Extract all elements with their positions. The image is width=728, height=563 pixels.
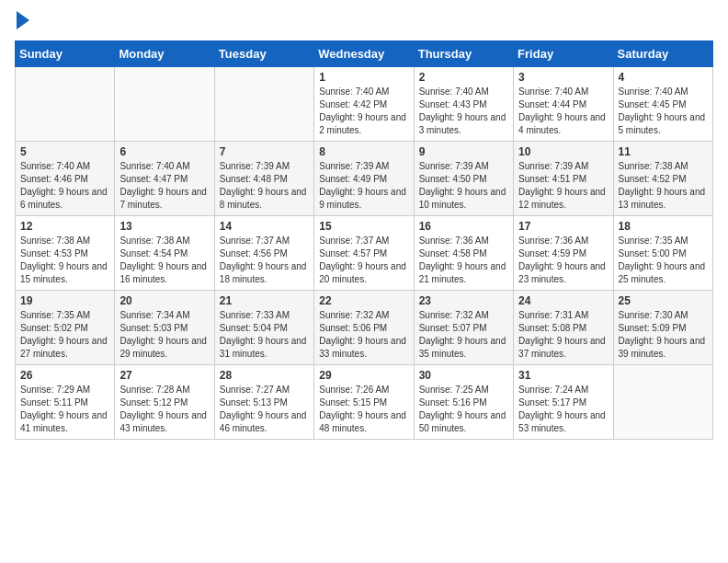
day-number: 31 xyxy=(518,369,608,382)
day-info: Sunrise: 7:36 AM Sunset: 4:59 PM Dayligh… xyxy=(518,235,608,286)
day-info: Sunrise: 7:39 AM Sunset: 4:49 PM Dayligh… xyxy=(319,160,408,212)
day-info: Sunrise: 7:35 AM Sunset: 5:02 PM Dayligh… xyxy=(20,309,109,361)
weekday-header-monday: Monday xyxy=(115,41,214,67)
day-number: 12 xyxy=(20,220,109,233)
day-number: 28 xyxy=(220,369,309,382)
week-row-5: 26Sunrise: 7:29 AM Sunset: 5:11 PM Dayli… xyxy=(16,365,713,440)
day-number: 16 xyxy=(419,220,508,233)
calendar-cell: 1Sunrise: 7:40 AM Sunset: 4:42 PM Daylig… xyxy=(314,67,414,142)
day-info: Sunrise: 7:36 AM Sunset: 4:58 PM Dayligh… xyxy=(419,235,508,286)
calendar-cell: 24Sunrise: 7:31 AM Sunset: 5:08 PM Dayli… xyxy=(514,291,613,365)
calendar-cell: 27Sunrise: 7:28 AM Sunset: 5:12 PM Dayli… xyxy=(115,365,214,440)
calendar-cell: 22Sunrise: 7:32 AM Sunset: 5:06 PM Dayli… xyxy=(314,291,414,365)
day-info: Sunrise: 7:30 AM Sunset: 5:09 PM Dayligh… xyxy=(619,309,708,361)
day-number: 20 xyxy=(119,294,209,307)
logo xyxy=(15,15,29,29)
day-number: 8 xyxy=(319,145,408,158)
day-info: Sunrise: 7:32 AM Sunset: 5:07 PM Dayligh… xyxy=(419,309,508,361)
day-info: Sunrise: 7:32 AM Sunset: 5:06 PM Dayligh… xyxy=(319,309,408,361)
day-number: 22 xyxy=(319,294,408,307)
day-info: Sunrise: 7:38 AM Sunset: 4:54 PM Dayligh… xyxy=(119,235,209,286)
day-info: Sunrise: 7:29 AM Sunset: 5:11 PM Dayligh… xyxy=(20,384,109,435)
calendar-cell: 3Sunrise: 7:40 AM Sunset: 4:44 PM Daylig… xyxy=(514,67,613,142)
day-number: 4 xyxy=(619,71,708,84)
day-number: 9 xyxy=(419,145,508,158)
calendar-cell: 9Sunrise: 7:39 AM Sunset: 4:50 PM Daylig… xyxy=(414,142,513,216)
calendar-cell: 26Sunrise: 7:29 AM Sunset: 5:11 PM Dayli… xyxy=(16,365,115,440)
day-number: 13 xyxy=(119,220,209,233)
day-info: Sunrise: 7:28 AM Sunset: 5:12 PM Dayligh… xyxy=(119,384,209,435)
weekday-header-wednesday: Wednesday xyxy=(314,41,414,67)
calendar-cell: 10Sunrise: 7:39 AM Sunset: 4:51 PM Dayli… xyxy=(514,142,613,216)
day-number: 23 xyxy=(419,294,508,307)
calendar-cell: 12Sunrise: 7:38 AM Sunset: 4:53 PM Dayli… xyxy=(16,216,115,291)
calendar-cell xyxy=(214,67,313,142)
day-info: Sunrise: 7:40 AM Sunset: 4:44 PM Dayligh… xyxy=(518,86,608,137)
calendar-cell: 29Sunrise: 7:26 AM Sunset: 5:15 PM Dayli… xyxy=(314,365,414,440)
calendar-cell: 16Sunrise: 7:36 AM Sunset: 4:58 PM Dayli… xyxy=(414,216,513,291)
calendar-cell: 13Sunrise: 7:38 AM Sunset: 4:54 PM Dayli… xyxy=(115,216,214,291)
day-number: 2 xyxy=(419,71,508,84)
day-info: Sunrise: 7:27 AM Sunset: 5:13 PM Dayligh… xyxy=(220,384,309,435)
day-info: Sunrise: 7:39 AM Sunset: 4:50 PM Dayligh… xyxy=(419,160,508,212)
week-row-1: 1Sunrise: 7:40 AM Sunset: 4:42 PM Daylig… xyxy=(16,67,713,142)
day-info: Sunrise: 7:39 AM Sunset: 4:48 PM Dayligh… xyxy=(220,160,309,212)
calendar-cell: 31Sunrise: 7:24 AM Sunset: 5:17 PM Dayli… xyxy=(514,365,613,440)
day-number: 29 xyxy=(319,369,408,382)
day-info: Sunrise: 7:40 AM Sunset: 4:47 PM Dayligh… xyxy=(119,160,209,212)
week-row-2: 5Sunrise: 7:40 AM Sunset: 4:46 PM Daylig… xyxy=(16,142,713,216)
weekday-header-saturday: Saturday xyxy=(613,41,712,67)
day-info: Sunrise: 7:40 AM Sunset: 4:46 PM Dayligh… xyxy=(20,160,109,212)
day-info: Sunrise: 7:39 AM Sunset: 4:51 PM Dayligh… xyxy=(518,160,608,212)
day-number: 14 xyxy=(220,220,309,233)
calendar-cell: 6Sunrise: 7:40 AM Sunset: 4:47 PM Daylig… xyxy=(115,142,214,216)
calendar-table: SundayMondayTuesdayWednesdayThursdayFrid… xyxy=(15,40,713,440)
calendar-cell: 2Sunrise: 7:40 AM Sunset: 4:43 PM Daylig… xyxy=(414,67,513,142)
day-info: Sunrise: 7:31 AM Sunset: 5:08 PM Dayligh… xyxy=(518,309,608,361)
day-number: 25 xyxy=(619,294,708,307)
day-info: Sunrise: 7:34 AM Sunset: 5:03 PM Dayligh… xyxy=(119,309,209,361)
calendar-cell: 25Sunrise: 7:30 AM Sunset: 5:09 PM Dayli… xyxy=(613,291,712,365)
day-info: Sunrise: 7:37 AM Sunset: 4:56 PM Dayligh… xyxy=(220,235,309,286)
day-info: Sunrise: 7:40 AM Sunset: 4:45 PM Dayligh… xyxy=(619,86,708,137)
week-row-4: 19Sunrise: 7:35 AM Sunset: 5:02 PM Dayli… xyxy=(16,291,713,365)
calendar-cell: 15Sunrise: 7:37 AM Sunset: 4:57 PM Dayli… xyxy=(314,216,414,291)
day-number: 5 xyxy=(20,145,109,158)
day-number: 1 xyxy=(319,71,408,84)
day-info: Sunrise: 7:24 AM Sunset: 5:17 PM Dayligh… xyxy=(518,384,608,435)
day-number: 27 xyxy=(119,369,209,382)
day-number: 19 xyxy=(20,294,109,307)
day-number: 26 xyxy=(20,369,109,382)
day-number: 21 xyxy=(220,294,309,307)
day-info: Sunrise: 7:38 AM Sunset: 4:52 PM Dayligh… xyxy=(619,160,708,212)
day-info: Sunrise: 7:37 AM Sunset: 4:57 PM Dayligh… xyxy=(319,235,408,286)
calendar-cell: 28Sunrise: 7:27 AM Sunset: 5:13 PM Dayli… xyxy=(214,365,313,440)
day-number: 30 xyxy=(419,369,508,382)
weekday-header-sunday: Sunday xyxy=(16,41,115,67)
day-number: 6 xyxy=(119,145,209,158)
calendar-cell: 19Sunrise: 7:35 AM Sunset: 5:02 PM Dayli… xyxy=(16,291,115,365)
day-number: 10 xyxy=(518,145,608,158)
weekday-header-row: SundayMondayTuesdayWednesdayThursdayFrid… xyxy=(16,41,713,67)
calendar-cell: 4Sunrise: 7:40 AM Sunset: 4:45 PM Daylig… xyxy=(613,67,712,142)
day-number: 15 xyxy=(319,220,408,233)
calendar-cell xyxy=(613,365,712,440)
day-info: Sunrise: 7:40 AM Sunset: 4:43 PM Dayligh… xyxy=(419,86,508,137)
day-number: 24 xyxy=(518,294,608,307)
calendar-cell: 17Sunrise: 7:36 AM Sunset: 4:59 PM Dayli… xyxy=(514,216,613,291)
logo-triangle-icon xyxy=(17,11,29,29)
day-number: 18 xyxy=(619,220,708,233)
week-row-3: 12Sunrise: 7:38 AM Sunset: 4:53 PM Dayli… xyxy=(16,216,713,291)
day-number: 11 xyxy=(619,145,708,158)
calendar-cell: 5Sunrise: 7:40 AM Sunset: 4:46 PM Daylig… xyxy=(16,142,115,216)
day-info: Sunrise: 7:26 AM Sunset: 5:15 PM Dayligh… xyxy=(319,384,408,435)
day-number: 17 xyxy=(518,220,608,233)
day-number: 7 xyxy=(220,145,309,158)
calendar-cell: 21Sunrise: 7:33 AM Sunset: 5:04 PM Dayli… xyxy=(214,291,313,365)
day-info: Sunrise: 7:40 AM Sunset: 4:42 PM Dayligh… xyxy=(319,86,408,137)
calendar-cell xyxy=(16,67,115,142)
weekday-header-thursday: Thursday xyxy=(414,41,513,67)
calendar-cell: 18Sunrise: 7:35 AM Sunset: 5:00 PM Dayli… xyxy=(613,216,712,291)
weekday-header-tuesday: Tuesday xyxy=(214,41,313,67)
calendar-cell: 7Sunrise: 7:39 AM Sunset: 4:48 PM Daylig… xyxy=(214,142,313,216)
